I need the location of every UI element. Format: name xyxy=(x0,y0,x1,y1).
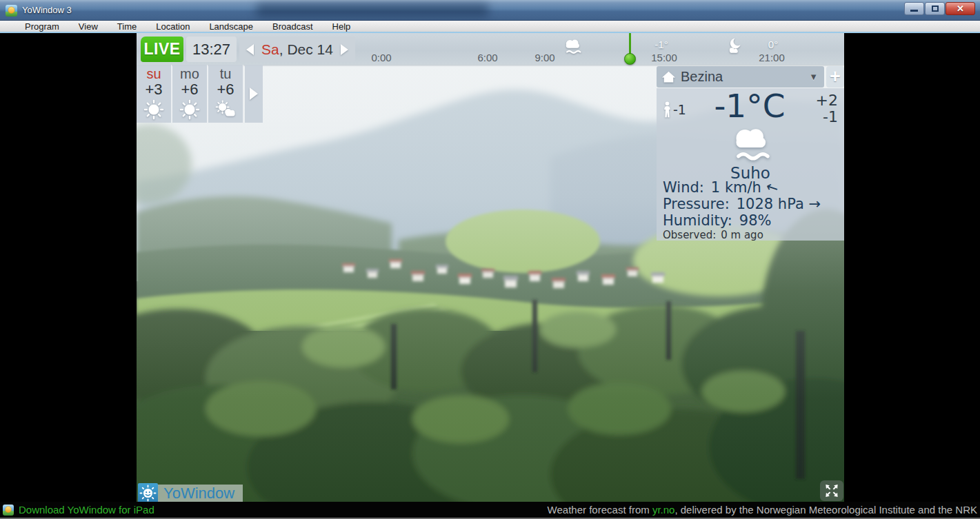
moon-cloud-icon xyxy=(726,37,744,54)
timeline-temp-label: 0° xyxy=(768,39,778,50)
maximize-icon xyxy=(932,6,939,12)
timeline-tick: 15:00 xyxy=(651,52,677,63)
feels-like: -1 xyxy=(662,101,686,118)
wind-value: 1 km/h xyxy=(711,179,761,196)
yowindow-watermark[interactable]: YoWindow xyxy=(138,483,243,502)
chevron-down-icon[interactable]: ▼ xyxy=(809,72,818,82)
sun-cloud-icon xyxy=(214,99,237,119)
add-location-button[interactable]: + xyxy=(826,66,844,88)
timeline-strip[interactable]: 0:00 6:00 9:00 15:00 21:00 -1° 0° LIVE 1… xyxy=(137,33,844,65)
observed-label: Observed: xyxy=(663,229,716,241)
prev-day-arrow-icon[interactable] xyxy=(246,44,254,55)
menu-location[interactable]: Location xyxy=(146,21,199,32)
app-icon xyxy=(6,5,17,17)
menu-bar: Program View Time Location Landscape Bro… xyxy=(0,21,980,33)
wind-direction-arrow-icon: ← xyxy=(763,178,780,197)
sun-icon xyxy=(143,99,164,120)
credit-prefix: Weather forecast from xyxy=(548,504,652,516)
app-window: YoWindow 3 ✕ Program View Time Location … xyxy=(0,0,980,519)
date-rest-label: , Dec 14 xyxy=(279,41,333,57)
observed-value: 0 m ago xyxy=(721,229,763,241)
download-ipad-link[interactable]: Download YoWindow for iPad xyxy=(3,504,154,516)
forecast-day-name: tu xyxy=(208,66,243,82)
high-low: +2 -1 xyxy=(816,92,838,125)
menu-landscape[interactable]: Landscape xyxy=(199,21,263,32)
window-title: YoWindow 3 xyxy=(22,0,72,20)
weather-details: Wind:1 km/h ← Pressure:1028 hPa → Humidi… xyxy=(663,179,821,229)
yowindow-sun-icon xyxy=(138,483,158,502)
menu-help[interactable]: Help xyxy=(323,21,361,32)
menu-view[interactable]: View xyxy=(69,21,108,32)
pressure-value: 1028 hPa xyxy=(737,196,804,212)
humidity-label: Humidity: xyxy=(663,212,732,229)
background-window-glow xyxy=(257,3,488,17)
forecast-day-name: mo xyxy=(172,66,207,82)
live-button[interactable]: LIVE xyxy=(141,37,183,62)
timeline-tick: 6:00 xyxy=(477,52,497,63)
home-icon xyxy=(661,70,676,84)
location-name: Bezina xyxy=(681,69,809,85)
current-temperature: -1°C xyxy=(692,87,807,125)
humidity-row: Humidity:98% xyxy=(663,212,821,229)
forecast-day-temp: +3 xyxy=(137,81,171,99)
forecast-credit: Weather forecast from yr.no, delivered b… xyxy=(548,504,977,516)
minimize-button[interactable] xyxy=(904,2,924,15)
menu-time[interactable]: Time xyxy=(108,21,146,32)
status-bar: Download YoWindow for iPad Weather forec… xyxy=(0,502,980,519)
menu-broadcast[interactable]: Broadcast xyxy=(263,21,323,32)
chevron-right-icon xyxy=(250,88,258,100)
person-icon xyxy=(662,101,672,118)
timeline-temp-label: -1° xyxy=(654,39,668,50)
expand-arrows-icon xyxy=(821,482,842,500)
forecast-day-temp: +6 xyxy=(172,81,207,99)
forecast-day-monday[interactable]: mo +6 xyxy=(172,65,208,123)
observed-row: Observed:0 m ago xyxy=(663,229,763,241)
forecast-day-name: su xyxy=(137,66,171,82)
forecast-expand-button[interactable] xyxy=(245,65,263,123)
download-ipad-label: Download YoWindow for iPad xyxy=(19,504,154,516)
location-selector[interactable]: Bezina ▼ xyxy=(657,66,824,88)
yowindow-watermark-label: YoWindow xyxy=(158,485,243,502)
forecast-day-tuesday[interactable]: tu +6 xyxy=(208,65,243,123)
fullscreen-button[interactable] xyxy=(820,480,843,501)
pressure-row: Pressure:1028 hPa → xyxy=(663,196,821,212)
forecast-day-sunday[interactable]: su +3 xyxy=(137,65,172,123)
forecast-day-temp: +6 xyxy=(208,81,243,99)
credit-suffix: , delivered by the Norwegian Meteorologi… xyxy=(674,504,977,516)
time-slider-knob[interactable] xyxy=(624,53,636,65)
date-label: Sa, Dec 14 xyxy=(254,41,341,58)
close-button[interactable]: ✕ xyxy=(946,2,975,15)
landscape-scene: 0:00 6:00 9:00 15:00 21:00 -1° 0° LIVE 1… xyxy=(137,33,844,502)
timeline-tick: 9:00 xyxy=(534,52,554,63)
maximize-button[interactable] xyxy=(925,2,945,15)
feels-like-value: -1 xyxy=(673,102,686,117)
high-temp: +2 xyxy=(816,92,838,109)
weekday-label: Sa xyxy=(261,41,279,57)
sun-icon xyxy=(179,99,200,120)
wind-row: Wind:1 km/h ← xyxy=(663,179,821,196)
pressure-trend-arrow-icon: → xyxy=(808,196,821,212)
title-bar: YoWindow 3 ✕ xyxy=(0,0,980,21)
pressure-label: Pressure: xyxy=(663,196,730,212)
cloud-fog-icon xyxy=(561,37,583,55)
current-time[interactable]: 13:27 xyxy=(186,37,237,62)
date-navigator[interactable]: Sa, Dec 14 xyxy=(239,37,355,62)
timeline-tick: 21:00 xyxy=(759,52,785,63)
humidity-value: 98% xyxy=(739,212,772,229)
minimize-icon xyxy=(910,10,918,12)
app-icon xyxy=(3,505,14,516)
timeline-tick: 0:00 xyxy=(371,52,391,63)
main-area: 0:00 6:00 9:00 15:00 21:00 -1° 0° LIVE 1… xyxy=(0,33,980,502)
wind-label: Wind: xyxy=(663,179,704,196)
cloud-fog-icon xyxy=(724,122,777,163)
next-day-arrow-icon[interactable] xyxy=(341,44,348,55)
yr-no-link[interactable]: yr.no xyxy=(652,504,675,516)
close-icon: ✕ xyxy=(957,3,964,14)
menu-program[interactable]: Program xyxy=(15,21,69,32)
weather-panel: -1 -1°C +2 -1 Suho Wind:1 km/h ← xyxy=(657,88,844,241)
